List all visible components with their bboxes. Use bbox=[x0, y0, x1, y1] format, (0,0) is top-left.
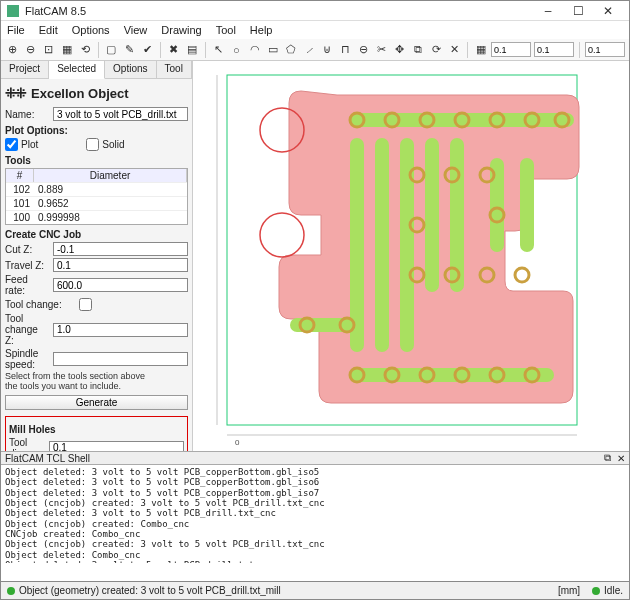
polygon-icon[interactable]: ⬠ bbox=[283, 42, 298, 58]
svg-point-26 bbox=[260, 213, 304, 257]
svg-text:0: 0 bbox=[235, 438, 240, 447]
select-icon[interactable]: ↖ bbox=[211, 42, 226, 58]
menu-help[interactable]: Help bbox=[248, 24, 275, 36]
shell-titlebar: FlatCAM TCL Shell ⧉ ✕ bbox=[1, 451, 629, 465]
zoom-out-icon[interactable]: ⊖ bbox=[23, 42, 38, 58]
menu-file[interactable]: File bbox=[5, 24, 27, 36]
intersect-icon[interactable]: ⊓ bbox=[338, 42, 353, 58]
edit-geom-icon[interactable]: ✎ bbox=[122, 42, 137, 58]
rotate-icon[interactable]: ⟳ bbox=[429, 42, 444, 58]
grid-x-input[interactable] bbox=[491, 42, 531, 57]
tools-table[interactable]: #Diameter 1020.889 1010.9652 1000.999998 bbox=[5, 168, 188, 225]
maximize-button[interactable]: ☐ bbox=[563, 2, 593, 20]
status-units: [mm] bbox=[558, 585, 580, 596]
app-icon bbox=[7, 5, 19, 17]
arc-icon[interactable]: ◠ bbox=[247, 42, 262, 58]
rect-icon[interactable]: ▭ bbox=[265, 42, 280, 58]
grid-icon[interactable]: ▦ bbox=[473, 42, 488, 58]
idle-dot-icon bbox=[592, 587, 600, 595]
menu-tool[interactable]: Tool bbox=[214, 24, 238, 36]
titlebar: FlatCAM 8.5 – ☐ ✕ bbox=[1, 1, 629, 21]
cnc-label: Create CNC Job bbox=[5, 229, 188, 240]
solid-checkbox[interactable] bbox=[86, 138, 99, 151]
status-dot-icon bbox=[7, 587, 15, 595]
replot-icon[interactable]: ⟲ bbox=[78, 42, 93, 58]
toolchangez-input[interactable] bbox=[53, 323, 188, 337]
copy-icon[interactable]: ⧉ bbox=[410, 42, 425, 58]
zoom-fit-icon[interactable]: ⊡ bbox=[41, 42, 56, 58]
menu-drawing[interactable]: Drawing bbox=[159, 24, 203, 36]
zoom-in-icon[interactable]: ⊕ bbox=[5, 42, 20, 58]
tab-selected[interactable]: Selected bbox=[49, 61, 105, 79]
plot-checkbox[interactable] bbox=[5, 138, 18, 151]
tools-note: Select from the tools section above the … bbox=[5, 372, 188, 392]
spindle-input[interactable] bbox=[53, 352, 188, 366]
delete-icon[interactable]: ✖ bbox=[166, 42, 181, 58]
statusbar: Object (geometry) created: 3 volt to 5 v… bbox=[1, 581, 629, 599]
close-button[interactable]: ✕ bbox=[593, 2, 623, 20]
minimize-button[interactable]: – bbox=[533, 2, 563, 20]
union-icon[interactable]: ⊎ bbox=[320, 42, 335, 58]
panel-tabs: Project Selected Options Tool bbox=[1, 61, 192, 79]
side-panel: Project Selected Options Tool ⁜⁜ Excello… bbox=[1, 61, 193, 451]
del-shape-icon[interactable]: ✕ bbox=[447, 42, 462, 58]
menu-options[interactable]: Options bbox=[70, 24, 112, 36]
mill-holes-section: Mill Holes Tool dia: Select from the too… bbox=[5, 416, 188, 451]
tcl-shell[interactable]: Object deleted: 3 volt to 5 volt PCB_cop… bbox=[1, 465, 629, 563]
table-row: 1000.999998 bbox=[6, 210, 187, 224]
menu-edit[interactable]: Edit bbox=[37, 24, 60, 36]
plot-options-label: Plot Options: bbox=[5, 125, 188, 136]
pcb-plot: 0 bbox=[197, 65, 617, 447]
move-icon[interactable]: ✥ bbox=[392, 42, 407, 58]
shell-icon[interactable]: ▤ bbox=[184, 42, 199, 58]
generate-button[interactable]: Generate bbox=[5, 395, 188, 410]
svg-point-16 bbox=[515, 268, 529, 282]
cutz-input[interactable] bbox=[53, 242, 188, 256]
shell-undock-icon[interactable]: ⧉ bbox=[604, 452, 611, 464]
panel-body[interactable]: ⁜⁜ Excellon Object Name: Plot Options: P… bbox=[1, 79, 192, 451]
new-geom-icon[interactable]: ▢ bbox=[104, 42, 119, 58]
table-row: 1020.889 bbox=[6, 182, 187, 196]
status-idle: Idle. bbox=[604, 585, 623, 596]
grid-y-input[interactable] bbox=[534, 42, 574, 57]
excellon-icon: ⁜⁜ bbox=[5, 85, 25, 101]
table-row: 1010.9652 bbox=[6, 196, 187, 210]
path-icon[interactable]: ⟋ bbox=[301, 42, 316, 58]
app-title: FlatCAM 8.5 bbox=[25, 5, 533, 17]
feedrate-input[interactable] bbox=[53, 278, 188, 292]
tab-tool[interactable]: Tool bbox=[157, 61, 192, 78]
tools-label: Tools bbox=[5, 155, 188, 166]
menubar: File Edit Options View Drawing Tool Help bbox=[1, 21, 629, 39]
tooldia-input[interactable] bbox=[49, 441, 184, 451]
travelz-input[interactable] bbox=[53, 258, 188, 272]
toolchange-checkbox[interactable] bbox=[79, 298, 92, 311]
tab-options[interactable]: Options bbox=[105, 61, 156, 78]
shell-close-icon[interactable]: ✕ bbox=[617, 453, 625, 464]
menu-view[interactable]: View bbox=[122, 24, 150, 36]
clear-plot-icon[interactable]: ▦ bbox=[60, 42, 75, 58]
name-input[interactable] bbox=[53, 107, 188, 121]
cut-icon[interactable]: ✂ bbox=[374, 42, 389, 58]
circle-icon[interactable]: ○ bbox=[229, 42, 244, 58]
tab-project[interactable]: Project bbox=[1, 61, 49, 78]
subtract-icon[interactable]: ⊖ bbox=[356, 42, 371, 58]
snap-input[interactable] bbox=[585, 42, 625, 57]
toolbar: ⊕ ⊖ ⊡ ▦ ⟲ ▢ ✎ ✔ ✖ ▤ ↖ ○ ◠ ▭ ⬠ ⟋ ⊎ ⊓ ⊖ ✂ … bbox=[1, 39, 629, 61]
save-geom-icon[interactable]: ✔ bbox=[140, 42, 155, 58]
object-header: ⁜⁜ Excellon Object bbox=[5, 81, 188, 105]
status-message: Object (geometry) created: 3 volt to 5 v… bbox=[19, 585, 281, 596]
plot-canvas[interactable]: 0 bbox=[193, 61, 629, 451]
